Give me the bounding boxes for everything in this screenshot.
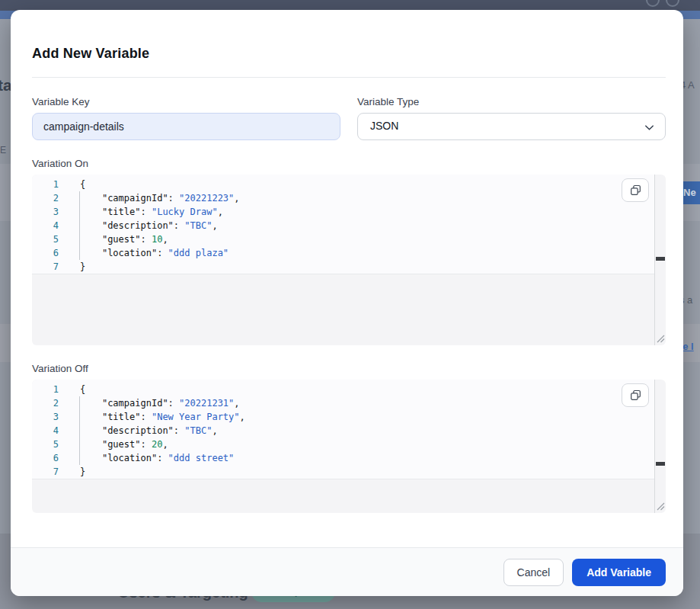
copy-icon bbox=[630, 184, 641, 196]
variable-type-value: JSON bbox=[370, 120, 398, 132]
modal-title: Add New Variable bbox=[32, 46, 666, 62]
line-number: 1 bbox=[32, 383, 59, 396]
scrollbar-thumb[interactable] bbox=[656, 462, 665, 466]
modal-footer: Cancel Add Variable bbox=[11, 547, 683, 596]
copy-button[interactable] bbox=[622, 383, 649, 407]
variation-on-label: Variation On bbox=[32, 158, 666, 169]
background-text-fragment: E bbox=[0, 145, 6, 155]
cancel-button[interactable]: Cancel bbox=[503, 559, 564, 586]
copy-icon bbox=[630, 389, 641, 401]
code-line[interactable]: 6 "location": "ddd street" bbox=[32, 451, 655, 465]
line-number: 3 bbox=[32, 205, 59, 219]
scrollbar-track bbox=[654, 380, 655, 513]
navbar-avatar-icon bbox=[666, 0, 679, 7]
variation-on-editor[interactable]: 1{2 "campaignId": "20221223",3 "title": … bbox=[32, 175, 666, 345]
indent-guide bbox=[79, 191, 80, 260]
scrollbar-thumb[interactable] bbox=[656, 257, 665, 261]
add-variable-modal: Add New Variable Variable Key Variable T… bbox=[11, 10, 683, 596]
line-number: 2 bbox=[32, 191, 59, 205]
code-line[interactable]: 5 "guest": 20, bbox=[32, 438, 655, 451]
code-line[interactable]: 4 "description": "TBC", bbox=[32, 219, 655, 232]
add-variable-button[interactable]: Add Variable bbox=[572, 559, 666, 586]
code-line[interactable]: 7} bbox=[32, 260, 655, 274]
background-navbar bbox=[0, 0, 700, 11]
line-number: 7 bbox=[32, 465, 59, 479]
line-number: 6 bbox=[32, 246, 59, 260]
copy-button[interactable] bbox=[622, 178, 649, 202]
line-number: 5 bbox=[32, 438, 59, 451]
line-number: 4 bbox=[32, 219, 59, 232]
variable-type-field-group: Variable Type JSON bbox=[357, 96, 666, 140]
code-line[interactable]: 6 "location": "ddd plaza" bbox=[32, 246, 655, 260]
code-content[interactable]: 1{2 "campaignId": "20221223",3 "title": … bbox=[32, 175, 655, 274]
variable-key-input[interactable] bbox=[32, 113, 340, 140]
variation-off-label: Variation Off bbox=[32, 363, 666, 374]
code-line[interactable]: 3 "title": "New Year Party", bbox=[32, 410, 655, 424]
line-number: 1 bbox=[32, 178, 59, 191]
code-line[interactable]: 3 "title": "Lucky Draw", bbox=[32, 205, 655, 219]
code-line[interactable]: 5 "guest": 10, bbox=[32, 232, 655, 246]
code-line[interactable]: 2 "campaignId": "20221223", bbox=[32, 191, 655, 205]
line-number: 3 bbox=[32, 410, 59, 424]
line-number: 5 bbox=[32, 232, 59, 246]
code-line[interactable]: 2 "campaignId": "20221231", bbox=[32, 396, 655, 410]
code-content[interactable]: 1{2 "campaignId": "20221231",3 "title": … bbox=[32, 380, 655, 479]
line-number: 2 bbox=[32, 396, 59, 410]
variable-type-select[interactable]: JSON bbox=[357, 113, 666, 140]
title-divider bbox=[32, 77, 666, 78]
variable-key-label: Variable Key bbox=[32, 96, 340, 107]
chevron-down-icon bbox=[644, 122, 655, 133]
scrollbar-track bbox=[654, 175, 655, 345]
indent-guide bbox=[79, 396, 80, 465]
variation-off-editor[interactable]: 1{2 "campaignId": "20221231",3 "title": … bbox=[32, 380, 666, 513]
resize-grip-icon[interactable] bbox=[655, 333, 665, 343]
line-number: 4 bbox=[32, 424, 59, 438]
line-number: 6 bbox=[32, 451, 59, 465]
code-line[interactable]: 7} bbox=[32, 465, 655, 479]
code-line[interactable]: 1{ bbox=[32, 383, 655, 396]
resize-grip-icon[interactable] bbox=[655, 501, 665, 511]
code-line[interactable]: 1{ bbox=[32, 178, 655, 191]
line-number: 7 bbox=[32, 260, 59, 274]
variable-type-label: Variable Type bbox=[357, 96, 666, 107]
navbar-avatar-icon bbox=[646, 0, 660, 7]
variable-key-field-group: Variable Key bbox=[32, 96, 340, 140]
code-line[interactable]: 4 "description": "TBC", bbox=[32, 424, 655, 438]
